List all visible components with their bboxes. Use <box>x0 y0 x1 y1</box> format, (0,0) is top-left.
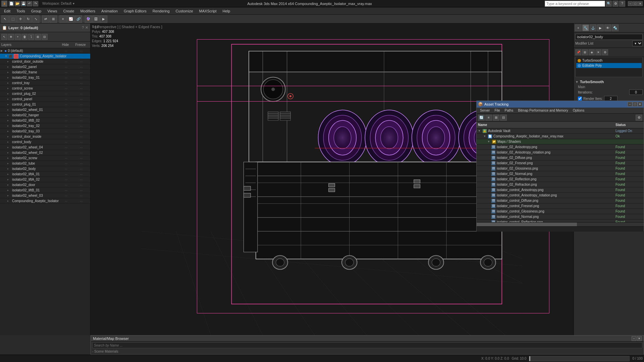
at-row[interactable]: 🖼 isolator_control_Reflection.png Found <box>477 220 644 222</box>
at-menu-paths[interactable]: Paths <box>503 108 516 113</box>
layer-row[interactable]: ▸ control_plug_02 — — <box>0 91 90 97</box>
at-row[interactable]: 🖼 isolator_02_Refraction.png Found <box>477 182 644 187</box>
layer-row[interactable]: ▸ isolator02_screw — — <box>0 156 90 161</box>
layer-row[interactable]: ▶ ■ 0 (default) — — <box>0 48 90 54</box>
motion-panel-tab[interactable]: ▶ <box>597 24 604 31</box>
save-btn[interactable]: 💾 <box>21 1 26 6</box>
display-panel-tab[interactable]: 👁 <box>604 24 611 31</box>
layers-close[interactable]: ✕ <box>85 25 88 30</box>
render-setup[interactable]: 🖼 <box>92 15 100 23</box>
menu-group[interactable]: Group <box>29 8 44 14</box>
close-button[interactable]: ✕ <box>638 1 643 6</box>
at-row[interactable]: 🖼 isolator_control_Fresnel.png Found <box>477 203 644 209</box>
layer-row[interactable]: ▸ isolator02_wheel_02 — — <box>0 150 90 156</box>
layer-row[interactable]: ▸ isolator02_liftB_01 — — <box>0 188 90 193</box>
make-unique-icon[interactable]: ◈ <box>589 49 595 55</box>
hierarchy-panel-tab[interactable]: ⚓ <box>590 24 596 31</box>
layers-delete[interactable]: 🗑 <box>21 34 28 40</box>
at-row[interactable]: 🖼 isolator_control_Anisotropy_rotation.p… <box>477 193 644 198</box>
app-icon[interactable]: 3 <box>1 1 7 7</box>
at-row[interactable]: 🖼 isolator_02_Anisotropy.png Found <box>477 144 644 150</box>
at-menu-bitmap[interactable]: Bitmap Performance and Memory <box>516 108 570 113</box>
at-row[interactable]: ▼ 📁 Maps / Shaders <box>477 139 644 144</box>
at-close[interactable]: ✕ <box>638 102 642 107</box>
render-production[interactable]: ▶ <box>100 15 107 23</box>
at-icon-view[interactable]: ⊟ <box>500 115 507 121</box>
render-iters-checkbox[interactable] <box>578 97 582 101</box>
menu-modifiers[interactable]: Modifiers <box>77 8 98 14</box>
curve-editor[interactable]: 📈 <box>67 15 74 23</box>
layers-expand[interactable]: ⊞ <box>35 34 41 40</box>
at-detail-view[interactable]: ⊞ <box>493 115 499 121</box>
create-panel-tab[interactable]: + <box>575 24 582 31</box>
remove-modifier-icon[interactable]: ✕ <box>595 49 601 55</box>
mirror-tool[interactable]: ⇌ <box>42 15 49 23</box>
search-icon[interactable]: 🔍 <box>606 1 612 7</box>
menu-edit[interactable]: Edit <box>1 8 13 14</box>
at-row[interactable]: ▼ 📄 Compounding_Aseptic_Isolator_max_vra… <box>477 134 644 139</box>
layer-row[interactable]: ▸ isolator02_liftB_02 — — <box>0 118 90 123</box>
at-maximize[interactable]: □ <box>633 102 637 107</box>
redo-btn[interactable]: ↷ <box>33 1 38 6</box>
align-tool[interactable]: ⊞ <box>50 15 57 23</box>
help-icon[interactable]: ? <box>619 1 625 7</box>
menu-graph-editors[interactable]: Graph Editors <box>121 8 149 14</box>
iterations-input[interactable] <box>629 89 643 95</box>
new-btn[interactable]: 📄 <box>9 1 14 6</box>
layer-row[interactable]: ▸ isolator02_hanger — — <box>0 113 90 118</box>
layer-row[interactable]: ▸ isolator02_liftA_01 — — <box>0 172 90 177</box>
layer-row[interactable]: ▸ isolator02_tube — — <box>0 161 90 166</box>
layers-select[interactable]: ↖ <box>1 34 7 40</box>
at-row[interactable]: 🖼 isolator_02_Diffuse.png Found <box>477 155 644 161</box>
at-row[interactable]: 🖼 isolator_control_Anisotropy.png Found <box>477 187 644 193</box>
at-menu-file[interactable]: File <box>492 108 502 113</box>
layer-row[interactable]: ▼ ⬛ Compounding_Aseptic_Isolator — — <box>0 54 90 59</box>
layer-row[interactable]: ▸ control_tray — — <box>0 80 90 86</box>
layer-row[interactable]: ▸ isolator02_tray_01 — — <box>0 75 90 80</box>
at-row[interactable]: 🖼 isolator_control_Diffuse.png Found <box>477 198 644 203</box>
rotate-tool[interactable]: ↻ <box>24 15 32 23</box>
mb-minimize[interactable]: − <box>632 336 636 341</box>
select-region-tool[interactable]: ⬚ <box>9 15 16 23</box>
menu-help[interactable]: Help <box>220 8 233 14</box>
layer-row[interactable]: ▸ isolator02_wheel_01 — — <box>0 107 90 113</box>
at-refresh[interactable]: 🔄 <box>478 115 485 121</box>
at-row[interactable]: 🖼 isolator_02_Fresnel.png Found <box>477 161 644 166</box>
at-row[interactable]: 🖼 isolator_02_Anisotropy_rotation.png Fo… <box>477 150 644 155</box>
layer-row[interactable]: ▸ control_plug_01 — — <box>0 102 90 107</box>
utilities-panel-tab[interactable]: 🔩 <box>612 24 619 31</box>
menu-customize[interactable]: Customize <box>173 8 196 14</box>
at-menu-options[interactable]: Options <box>571 108 586 113</box>
modify-panel-tab[interactable]: 🔧 <box>582 24 589 31</box>
editable-poly-modifier[interactable]: Editable Poly <box>576 63 642 68</box>
show-end-result-icon[interactable]: ⊞ <box>582 49 588 55</box>
layer-row[interactable]: ▸ isolator02_panel — — <box>0 64 90 70</box>
menu-rendering[interactable]: Rendering <box>150 8 172 14</box>
menu-animation[interactable]: Animation <box>99 8 120 14</box>
section-collapse-icon[interactable]: ▼ <box>575 80 579 84</box>
at-row[interactable]: 🖼 isolator_control_Normal.png Found <box>477 214 644 220</box>
layer-row[interactable]: ▸ isolator02_door — — <box>0 182 90 188</box>
at-row[interactable]: 🖼 isolator_02_Normal.png Found <box>477 171 644 177</box>
at-settings[interactable]: ⚙ <box>636 115 642 121</box>
pin-stack-icon[interactable]: 📌 <box>575 49 581 55</box>
menu-maxscript[interactable]: MAXScript <box>197 8 219 14</box>
search-options[interactable]: ⚙ <box>612 1 619 7</box>
modifier-dropdown[interactable]: ▾ <box>632 41 643 46</box>
move-tool[interactable]: ✛ <box>17 15 24 23</box>
layer-row[interactable]: ▸ isolator02_liftA_02 — — <box>0 177 90 182</box>
layers-add[interactable]: + <box>15 34 21 40</box>
at-minimize[interactable]: − <box>628 102 632 107</box>
time-slider[interactable] <box>529 356 630 361</box>
layers-collapse[interactable]: ⊟ <box>42 34 48 40</box>
at-menu-server[interactable]: Server <box>478 108 492 113</box>
layer-row[interactable]: ▸ isolator02_wheel_04 — — <box>0 145 90 150</box>
layer-row[interactable]: ▸ control_door_outside — — <box>0 59 90 64</box>
layer-row[interactable]: ▸ control_panel — — <box>0 97 90 102</box>
undo-btn[interactable]: ↶ <box>27 1 32 6</box>
layer-row[interactable]: ▸ Compounding_Aseptic_Isolator — — <box>0 198 90 204</box>
at-row[interactable]: 🖼 isolator_02_Glossiness.png Found <box>477 166 644 171</box>
object-name-input[interactable] <box>575 34 643 40</box>
layer-row[interactable]: ▸ isolator02_body — — <box>0 166 90 172</box>
maximize-button[interactable]: □ <box>633 1 638 6</box>
